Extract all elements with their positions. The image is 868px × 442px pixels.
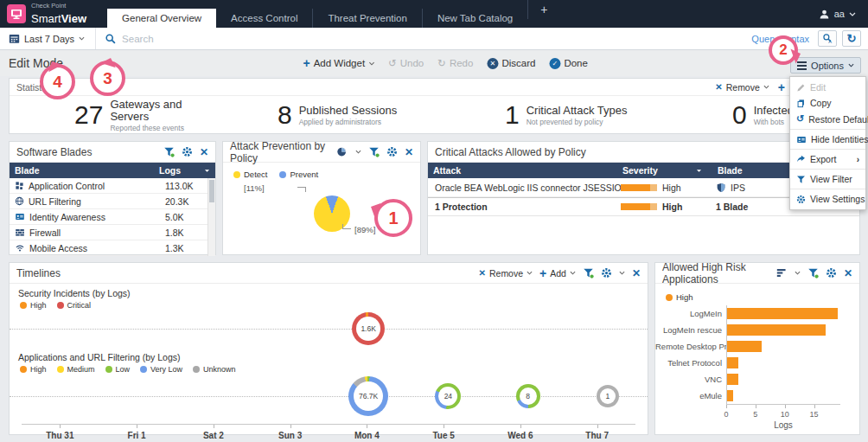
legend-item-prevent: Prevent: [279, 170, 318, 179]
bar[interactable]: [727, 308, 838, 319]
table-row[interactable]: Application Control113.0K: [10, 178, 215, 194]
gear-icon[interactable]: [601, 267, 612, 279]
bar-row-remote-desktop-prot: Remote Desktop Prot...: [655, 338, 859, 355]
menu-item-hide-identities[interactable]: Hide Identities: [790, 131, 865, 147]
add-stat-button[interactable]: +: [778, 80, 785, 94]
bar-row-logmein-rescue: LogMeIn rescue: [655, 322, 859, 338]
bar-row-telnet-protocol: Telnet Protocol: [655, 355, 859, 371]
filter-icon[interactable]: [583, 267, 594, 279]
redo-icon: ↻: [437, 57, 446, 69]
close-icon[interactable]: ✕: [844, 267, 852, 279]
chart-type-bars-icon[interactable]: [776, 267, 788, 279]
stat-sublabel: Applied by administrators: [299, 118, 397, 126]
filter-icon[interactable]: [163, 146, 175, 157]
redo-button[interactable]: ↻Redo: [437, 57, 473, 69]
chart-type-pie-icon[interactable]: [336, 146, 348, 157]
stat-gateways-and-servers: 27Gateways and ServersReported these eve…: [10, 96, 201, 134]
id-card-icon: [15, 212, 25, 221]
close-icon[interactable]: ✕: [632, 267, 641, 279]
table-row[interactable]: Firewall1.8K: [10, 225, 215, 240]
statistics-widget: Statistics ✕ Remove + 27Gateways and Ser…: [9, 78, 860, 134]
legend-dot: [279, 171, 286, 178]
close-icon[interactable]: ✕: [405, 146, 413, 158]
bar[interactable]: [727, 390, 733, 401]
new-tab-button[interactable]: +: [527, 0, 559, 19]
legend-dot: [20, 366, 27, 373]
timeline-bubble[interactable]: 1.6K: [352, 312, 385, 345]
x-axis-tick-label: Sat 2: [203, 431, 224, 440]
add-widget-button[interactable]: + Add Widget: [303, 56, 374, 70]
legend-item-high: High: [20, 365, 47, 374]
discard-button[interactable]: ✕ Discard: [487, 58, 535, 69]
legend-item-detect: Detect: [233, 170, 267, 179]
bubble-value: 8: [520, 388, 537, 405]
bar[interactable]: [727, 324, 826, 336]
widget-title: Attack Prevention by Policy: [230, 140, 336, 164]
bar-category-label: Telnet Protocol: [655, 358, 726, 368]
time-range-dropdown[interactable]: Last 7 Days: [0, 28, 96, 49]
attack-prevention-widget: Attack Prevention by Policy ✕ DetectPrev…: [222, 141, 421, 255]
x-axis-tick-label: Mon 4: [354, 431, 380, 440]
tab-general-overview[interactable]: General Overview: [107, 9, 216, 28]
checkpoint-logo-icon: [7, 4, 26, 23]
timeline-legend: HighCritical: [10, 298, 648, 310]
chevron-down-icon: [795, 271, 801, 275]
tab-bar: General OverviewAccess ControlThreat Pre…: [107, 0, 527, 28]
search-options-button[interactable]: A: [818, 30, 837, 47]
timeline-bubble[interactable]: 8: [516, 384, 540, 408]
tab-access-control[interactable]: Access Control: [216, 9, 312, 28]
menu-item-edit[interactable]: Edit: [790, 80, 865, 95]
stat-label: Published Sessions: [299, 105, 397, 117]
close-icon[interactable]: ✕: [200, 146, 208, 158]
bar-row-emule: eMule: [655, 388, 859, 404]
x-axis-tick-label: 5: [753, 410, 757, 419]
search-input[interactable]: [122, 34, 554, 44]
timeline-bubble[interactable]: 76.7K: [348, 376, 388, 416]
remove-widget-button[interactable]: ✕ Remove: [715, 82, 769, 93]
user-menu[interactable]: aa: [819, 0, 868, 28]
legend-item-low: Low: [105, 365, 131, 374]
discard-icon: ✕: [487, 58, 498, 69]
timeline-bubble[interactable]: 1: [597, 385, 619, 407]
tab-threat-prevention[interactable]: Threat Prevention: [312, 9, 421, 28]
menu-item-copy[interactable]: Copy: [790, 95, 865, 111]
table-row[interactable]: URL Filtering20.3K: [10, 194, 215, 209]
chevron-down-icon: [527, 271, 533, 275]
gear-icon[interactable]: [826, 267, 837, 279]
bar[interactable]: [727, 374, 738, 385]
bar[interactable]: [727, 357, 738, 368]
bar[interactable]: [727, 341, 762, 352]
search-box: [96, 33, 751, 45]
export-icon: [796, 155, 806, 164]
table-row[interactable]: Identity Awareness5.0K: [10, 209, 215, 225]
undo-button[interactable]: ↺Undo: [388, 57, 424, 69]
gear-icon[interactable]: [182, 146, 193, 157]
restore-icon: ↺: [796, 113, 804, 125]
scrollbar[interactable]: [207, 178, 215, 256]
add-timeline-button[interactable]: + Add: [539, 266, 576, 280]
filter-icon[interactable]: [368, 146, 380, 157]
legend-dot: [20, 302, 27, 309]
table-row[interactable]: Mobile Access1.3K: [10, 240, 215, 256]
bubble-value: 24: [438, 387, 457, 406]
bar-category-label: Remote Desktop Prot...: [655, 342, 726, 351]
annotation-callout-4: 4: [40, 64, 75, 99]
done-button[interactable]: ✓ Done: [549, 58, 588, 69]
menu-item-view-settings[interactable]: View Settings: [790, 191, 865, 207]
svg-text:A: A: [828, 39, 832, 44]
menu-item-export[interactable]: Export›: [790, 151, 865, 167]
tab-new-tab-catalog[interactable]: New Tab Catalog: [422, 9, 527, 28]
refresh-button[interactable]: ↻: [842, 30, 861, 47]
annotation-callout-3: 3: [90, 61, 125, 96]
bubble-value: 76.7K: [354, 381, 383, 411]
filter-icon[interactable]: [807, 267, 819, 279]
remove-timeline-button[interactable]: ✕ Remove: [479, 268, 533, 279]
options-dropdown-menu: EditCopy↺Restore DefaultsHide Identities…: [789, 76, 866, 210]
menu-item-restore-defaults[interactable]: ↺Restore Defaults: [790, 111, 865, 127]
blade-logs: 1.3K: [165, 243, 210, 253]
timeline-bubble[interactable]: 24: [435, 383, 461, 409]
gear-icon[interactable]: [386, 146, 398, 157]
remove-x-icon: ✕: [715, 82, 722, 92]
timelines-widget: Timelines ✕ Remove + Add ✕ Security Inci…: [9, 262, 648, 435]
menu-item-view-filter[interactable]: View Filter: [790, 171, 865, 187]
